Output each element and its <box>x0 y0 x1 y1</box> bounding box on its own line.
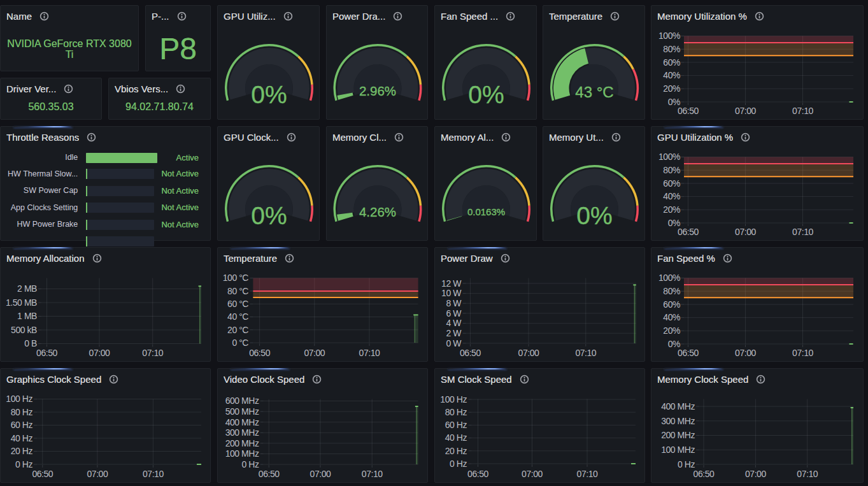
svg-text:40%: 40% <box>663 191 680 201</box>
svg-text:60%: 60% <box>663 57 680 68</box>
svg-text:0%: 0% <box>576 202 612 229</box>
svg-text:06:50: 06:50 <box>36 348 57 358</box>
svg-text:60 Hz: 60 Hz <box>445 420 467 430</box>
svg-text:500 MHz: 500 MHz <box>225 406 259 417</box>
svg-text:07:10: 07:10 <box>575 348 596 358</box>
svg-text:07:10: 07:10 <box>792 348 813 358</box>
svg-text:07:00: 07:00 <box>735 106 756 116</box>
svg-text:06:50: 06:50 <box>467 469 488 479</box>
svg-text:100 Hz: 100 Hz <box>6 394 32 404</box>
svg-text:43 °C: 43 °C <box>575 83 613 101</box>
svg-text:20 Hz: 20 Hz <box>11 446 33 456</box>
svg-text:0%: 0% <box>468 81 504 108</box>
svg-text:100%: 100% <box>658 31 680 41</box>
svg-text:0 Hz: 0 Hz <box>450 459 467 469</box>
svg-text:2.96%: 2.96% <box>359 83 396 98</box>
svg-text:80%: 80% <box>663 286 680 296</box>
svg-text:06:50: 06:50 <box>259 469 280 479</box>
svg-text:100 MHz: 100 MHz <box>225 448 259 459</box>
svg-text:06:50: 06:50 <box>460 348 481 358</box>
svg-text:2 W: 2 W <box>446 328 462 338</box>
svg-text:100%: 100% <box>658 152 680 162</box>
svg-text:20 °C: 20 °C <box>227 325 248 335</box>
svg-text:06:50: 06:50 <box>678 348 699 358</box>
svg-text:07:00: 07:00 <box>87 469 108 479</box>
svg-text:06:50: 06:50 <box>678 227 699 237</box>
svg-text:07:10: 07:10 <box>792 227 813 237</box>
svg-text:500 kB: 500 kB <box>11 325 37 335</box>
svg-text:80%: 80% <box>663 165 680 175</box>
svg-text:40 Hz: 40 Hz <box>11 433 33 443</box>
svg-text:20 Hz: 20 Hz <box>445 446 467 456</box>
svg-text:07:10: 07:10 <box>577 469 598 479</box>
svg-text:40 °C: 40 °C <box>227 311 248 322</box>
svg-text:0 B: 0 B <box>24 338 37 348</box>
svg-text:0 W: 0 W <box>446 338 462 348</box>
svg-text:0.0163%: 0.0163% <box>467 206 505 217</box>
svg-text:200 MHz: 200 MHz <box>225 438 259 448</box>
svg-text:40 Hz: 40 Hz <box>445 432 467 443</box>
svg-text:60%: 60% <box>663 178 680 189</box>
svg-text:60 Hz: 60 Hz <box>11 420 33 430</box>
svg-text:40%: 40% <box>663 70 680 80</box>
svg-text:06:50: 06:50 <box>32 469 53 479</box>
svg-text:80%: 80% <box>663 44 680 54</box>
svg-text:06:50: 06:50 <box>678 106 699 116</box>
svg-text:2 MB: 2 MB <box>17 283 37 294</box>
svg-text:100 Hz: 100 Hz <box>440 394 467 404</box>
svg-text:0 Hz: 0 Hz <box>15 459 32 469</box>
svg-text:300 MHz: 300 MHz <box>225 427 259 438</box>
svg-text:12 W: 12 W <box>441 278 462 289</box>
svg-text:07:10: 07:10 <box>143 469 164 479</box>
svg-text:07:10: 07:10 <box>792 106 813 116</box>
svg-text:07:00: 07:00 <box>310 469 331 479</box>
svg-text:07:00: 07:00 <box>89 348 110 358</box>
svg-text:07:00: 07:00 <box>745 469 766 479</box>
svg-text:80 Hz: 80 Hz <box>11 407 33 417</box>
svg-text:0%: 0% <box>251 202 287 229</box>
svg-text:100%: 100% <box>658 273 680 283</box>
svg-text:07:00: 07:00 <box>304 348 325 358</box>
svg-text:06:50: 06:50 <box>694 469 715 479</box>
svg-text:07:10: 07:10 <box>362 469 383 479</box>
svg-text:100 MHz: 100 MHz <box>661 445 695 455</box>
svg-text:0 Hz: 0 Hz <box>678 459 695 469</box>
svg-text:200 MHz: 200 MHz <box>661 430 695 440</box>
svg-text:300 MHz: 300 MHz <box>661 416 695 426</box>
svg-text:80 °C: 80 °C <box>227 286 248 296</box>
svg-text:40%: 40% <box>663 312 680 322</box>
svg-text:0%: 0% <box>251 81 287 108</box>
svg-text:20%: 20% <box>663 325 680 336</box>
svg-text:6 W: 6 W <box>446 308 462 318</box>
svg-text:400 MHz: 400 MHz <box>661 401 695 411</box>
svg-text:07:00: 07:00 <box>518 348 539 358</box>
svg-text:07:00: 07:00 <box>735 227 756 237</box>
svg-text:600 MHz: 600 MHz <box>225 396 259 406</box>
svg-text:07:10: 07:10 <box>142 348 163 358</box>
svg-text:1.50 MB: 1.50 MB <box>6 297 37 308</box>
svg-text:4.26%: 4.26% <box>359 204 396 219</box>
svg-text:07:10: 07:10 <box>359 348 380 358</box>
svg-text:20%: 20% <box>663 204 680 215</box>
svg-text:0 °C: 0 °C <box>232 338 248 348</box>
svg-text:60 °C: 60 °C <box>227 299 248 309</box>
svg-text:07:00: 07:00 <box>522 469 543 479</box>
svg-text:400 MHz: 400 MHz <box>225 417 259 427</box>
svg-text:10 W: 10 W <box>441 288 462 298</box>
svg-text:06:50: 06:50 <box>249 348 270 358</box>
svg-text:60%: 60% <box>663 299 680 310</box>
svg-text:20%: 20% <box>663 83 680 94</box>
svg-text:100 °C: 100 °C <box>223 273 249 283</box>
svg-text:1 MB: 1 MB <box>17 311 37 321</box>
svg-text:07:10: 07:10 <box>797 469 818 479</box>
svg-text:8 W: 8 W <box>446 298 462 308</box>
svg-text:07:00: 07:00 <box>735 348 756 358</box>
svg-text:80 Hz: 80 Hz <box>445 407 467 417</box>
svg-text:0 Hz: 0 Hz <box>242 459 259 469</box>
svg-text:4 W: 4 W <box>446 318 462 328</box>
